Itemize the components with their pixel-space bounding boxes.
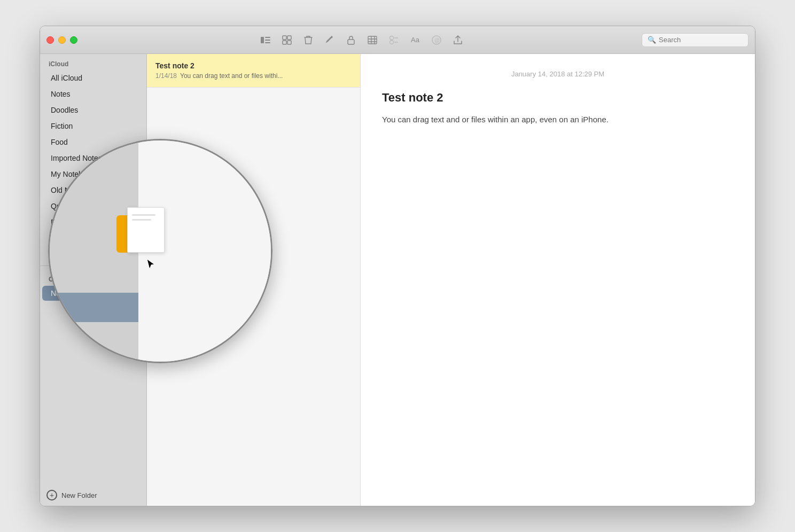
titlebar: Aa @ 🔍 xyxy=(40,26,755,54)
sidebar-item-fiction[interactable]: Fiction xyxy=(42,119,144,134)
sidebar-item-notes-local[interactable]: Notes xyxy=(42,286,144,301)
icloud-section-label: iCloud xyxy=(40,54,146,70)
new-folder-button[interactable]: + New Folder xyxy=(40,484,146,506)
detail-title: Test note 2 xyxy=(382,91,734,105)
svg-point-15 xyxy=(390,40,394,44)
note-date-inline: 1/14/18 xyxy=(155,72,177,80)
minimize-button[interactable] xyxy=(58,36,66,44)
note-title: Test note 2 xyxy=(155,61,352,70)
svg-text:@: @ xyxy=(434,37,440,43)
sidebar-item-test-notes[interactable]: Test Notes xyxy=(42,231,144,246)
grid-view-button[interactable] xyxy=(277,32,297,48)
app-window: Aa @ 🔍 iCloud All iCloud xyxy=(40,26,755,506)
detail-pane: January 14, 2018 at 12:29 PM Test note 2… xyxy=(361,54,755,506)
svg-rect-9 xyxy=(368,36,377,44)
svg-rect-6 xyxy=(283,41,286,44)
attachment-button[interactable]: @ xyxy=(427,32,446,48)
sidebar-item-doodles[interactable]: Doodles xyxy=(42,103,144,118)
svg-rect-2 xyxy=(265,40,270,41)
delete-button[interactable] xyxy=(299,32,318,48)
svg-rect-1 xyxy=(265,37,270,38)
share-button[interactable] xyxy=(448,32,467,48)
font-button[interactable]: Aa xyxy=(406,32,425,48)
svg-rect-7 xyxy=(287,41,291,44)
detail-body: You can drag text and or files within an… xyxy=(382,113,734,126)
svg-rect-8 xyxy=(348,40,354,44)
compose-button[interactable] xyxy=(320,32,339,48)
note-card[interactable]: Test note 2 1/14/18You can drag text and… xyxy=(147,54,360,88)
svg-rect-3 xyxy=(265,42,270,43)
search-icon: 🔍 xyxy=(648,36,656,44)
sidebar-item-old-notes[interactable]: Old Notes xyxy=(42,183,144,198)
note-preview-text: You can drag text and or files withi... xyxy=(180,72,283,80)
sidebar-item-food[interactable]: Food xyxy=(42,135,144,150)
on-my-mac-section-label: On My Mac xyxy=(40,269,146,285)
sidebar-item-recently-deleted[interactable]: Recently Deleted xyxy=(42,247,144,262)
search-input[interactable] xyxy=(659,36,743,44)
sidebar-item-quotations[interactable]: Quotations xyxy=(42,199,144,214)
sidebar-divider xyxy=(40,265,146,266)
note-list: Test note 2 1/14/18You can drag text and… xyxy=(147,54,361,506)
sidebar: iCloud All iCloud Notes Doodles Fiction … xyxy=(40,54,147,506)
new-folder-label: New Folder xyxy=(61,491,97,499)
sidebar-item-notes[interactable]: Notes xyxy=(42,87,144,101)
close-button[interactable] xyxy=(46,36,54,44)
traffic-lights xyxy=(46,36,77,44)
note-preview: 1/14/18You can drag text and or files wi… xyxy=(155,72,352,80)
sidebar-toggle-button[interactable] xyxy=(256,32,275,48)
checklist-button[interactable] xyxy=(384,32,403,48)
search-box[interactable]: 🔍 xyxy=(642,33,749,47)
new-folder-icon: + xyxy=(46,490,57,500)
svg-rect-0 xyxy=(261,37,264,43)
detail-date: January 14, 2018 at 12:29 PM xyxy=(382,70,734,78)
toolbar: Aa @ xyxy=(86,32,637,48)
sidebar-item-all-icloud[interactable]: All iCloud xyxy=(42,71,144,85)
sidebar-item-imported-notes[interactable]: Imported Notes xyxy=(42,151,144,166)
main-content: iCloud All iCloud Notes Doodles Fiction … xyxy=(40,54,755,506)
sidebar-item-reading-notes[interactable]: Reading Notes - S. xyxy=(42,215,144,230)
sidebar-item-my-notebook[interactable]: My Notebook xyxy=(42,167,144,182)
lock-button[interactable] xyxy=(341,32,361,48)
maximize-button[interactable] xyxy=(70,36,77,44)
svg-rect-4 xyxy=(283,36,286,40)
svg-rect-5 xyxy=(287,36,291,40)
svg-point-14 xyxy=(390,36,394,40)
table-button[interactable] xyxy=(363,32,382,48)
